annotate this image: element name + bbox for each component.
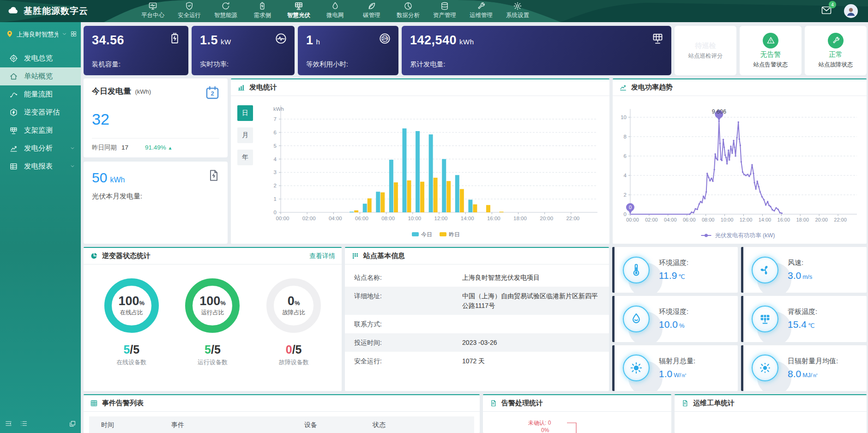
user-avatar[interactable] xyxy=(844,4,858,18)
calendar-icon: 2 xyxy=(205,85,220,101)
nav-item-平台中心[interactable]: 平台中心 xyxy=(141,1,165,19)
nav-item-label: 安全运行 xyxy=(178,12,201,19)
radiation-icon xyxy=(758,361,772,375)
inverter-status-title: 逆变器状态统计 xyxy=(102,252,151,260)
nav-item-需求侧[interactable]: 需求侧 xyxy=(250,1,274,19)
sidebar-item-发电分析[interactable]: 发电分析 xyxy=(0,139,81,157)
period-tabs: 日月年 xyxy=(231,96,259,244)
power-trend-title: 发电功率趋势 xyxy=(631,83,673,92)
sensor-card-环境湿度: 环境湿度:10.0% xyxy=(612,296,738,342)
up-arrow-icon: ▲ xyxy=(168,145,173,150)
nav-item-碳管理[interactable]: 碳管理 xyxy=(360,1,384,19)
view-details-link[interactable]: 查看详情 xyxy=(309,252,335,260)
sidebar-item-单站概览[interactable]: 单站概览 xyxy=(0,67,81,85)
battery-charge-icon xyxy=(169,32,181,45)
rack-icon xyxy=(9,126,18,135)
sidebar-item-逆变器评估[interactable]: 逆变器评估 xyxy=(0,103,81,121)
status-card-站点故障状态: 正常站点故障状态 xyxy=(805,26,867,75)
battery-icon xyxy=(258,1,267,11)
stat-card-实时功率: 1.5kW实时功率: xyxy=(192,26,295,75)
work-order-title: 运维工单统计 xyxy=(693,399,735,408)
info-label: 站点名称: xyxy=(354,273,462,282)
list-icon[interactable] xyxy=(20,420,28,429)
inverter-donut-故障设备数: 0%故障占比0/5故障设备数 xyxy=(266,278,321,367)
info-row-详细地址: 详细地址:中国（上海）自由贸易试验区临港新片区新四平公路1117号 xyxy=(345,287,609,315)
nav-item-安全运行[interactable]: 安全运行 xyxy=(177,1,201,19)
fan-icon xyxy=(758,263,772,277)
stat-value: 1h xyxy=(306,33,390,48)
donut-percent: 0% xyxy=(288,295,300,307)
svg-text:0: 0 xyxy=(624,211,627,217)
nav-item-微电网[interactable]: 微电网 xyxy=(323,1,347,19)
cloud-icon xyxy=(7,4,19,18)
wrench-circle-icon xyxy=(832,36,840,45)
sidebar-item-label: 单站概览 xyxy=(24,72,53,81)
svg-text:10: 10 xyxy=(621,114,627,120)
status-label: 站点故障状态 xyxy=(819,61,853,69)
status-value: 正常 xyxy=(829,50,843,59)
stat-card-等效利用小时: 1h等效利用小时:24 xyxy=(298,26,398,75)
device-count-label: 故障设备数 xyxy=(279,358,309,367)
sensor-card-辐射月总量: 辐射月总量:1.0W/㎡ xyxy=(612,345,738,391)
sidebar-item-能量流图[interactable]: 能量流图 xyxy=(0,85,81,103)
sensor-card-日辐射量月均值: 日辐射量月均值:8.0MJ/㎡ xyxy=(741,345,867,391)
tab-年[interactable]: 年 xyxy=(237,150,253,165)
pie-chart-icon xyxy=(90,252,98,260)
messages-button[interactable]: 4 xyxy=(821,5,832,18)
svg-text:昨日: 昨日 xyxy=(449,231,460,238)
nav-item-label: 微电网 xyxy=(326,12,344,19)
svg-text:6: 6 xyxy=(274,130,277,135)
menu-fold-icon[interactable] xyxy=(5,420,12,429)
change-percent: 91.49% ▲ xyxy=(145,144,172,151)
svg-text:16:00: 16:00 xyxy=(487,216,500,221)
nav-item-label: 资产管理 xyxy=(433,12,456,19)
inverter-donut-运行设备数: 100%运行占比5/5运行设备数 xyxy=(185,278,240,367)
tab-日[interactable]: 日 xyxy=(237,105,253,121)
sidebar: 上海良时智慧光伏... 发电总览单站概览能量流图逆变器评估支架监测发电分析发电报… xyxy=(0,22,81,433)
person-icon xyxy=(844,5,857,18)
stat-unit: kW xyxy=(221,38,231,46)
calendar-day: 2 xyxy=(205,90,220,97)
nav-item-数据分析[interactable]: 数据分析 xyxy=(396,1,420,19)
site-selector[interactable]: 上海良时智慧光伏... xyxy=(0,22,81,46)
svg-text:22:00: 22:00 xyxy=(566,216,579,221)
chevron-down-icon xyxy=(61,31,67,37)
today-generation-title: 今日发电量 xyxy=(92,87,131,96)
doc-icon xyxy=(489,399,497,407)
info-value xyxy=(462,319,600,329)
windows-icon[interactable] xyxy=(69,420,76,429)
sensor-value: 3.0m/s xyxy=(788,270,812,281)
sensor-card-环境温度: 环境温度:11.9℃ xyxy=(612,247,738,293)
svg-text:16:00: 16:00 xyxy=(778,217,790,223)
svg-text:06:00: 06:00 xyxy=(355,216,368,221)
nav-item-资产管理[interactable]: 资产管理 xyxy=(433,1,457,19)
app-root: 基胜能源数字云 平台中心安全运行智慧能源需求侧智慧光伏微电网碳管理数据分析资产管… xyxy=(0,0,868,433)
nav-item-智慧能源[interactable]: 智慧能源 xyxy=(214,1,238,19)
sensor-label: 环境温度: xyxy=(659,259,688,267)
apps-grid-icon[interactable] xyxy=(70,30,77,39)
tab-月[interactable]: 月 xyxy=(237,127,253,143)
home-icon xyxy=(9,72,18,81)
list-icon xyxy=(20,420,28,427)
chevron-down-icon xyxy=(61,31,67,38)
sidebar-item-发电总览[interactable]: 发电总览 xyxy=(0,49,81,67)
droplet-icon xyxy=(629,312,643,326)
nav-item-智慧光伏[interactable]: 智慧光伏 xyxy=(287,1,311,19)
sidebar-item-发电报表[interactable]: 发电报表 xyxy=(0,157,81,175)
nav-item-系统设置[interactable]: 系统设置 xyxy=(506,1,530,19)
svg-text:06:00: 06:00 xyxy=(683,217,696,223)
sidebar-item-支架监测[interactable]: 支架监测 xyxy=(0,121,81,139)
donut-percent: 100% xyxy=(119,295,145,307)
nav-item-label: 碳管理 xyxy=(363,12,380,19)
info-value: 上海良时智慧光伏发电项目 xyxy=(462,273,600,282)
app-title: 基胜能源数字云 xyxy=(24,5,88,17)
main-content: 34.56装机容量:1.5kW实时功率:1h等效利用小时:24142,540kW… xyxy=(81,22,868,433)
svg-text:14:00: 14:00 xyxy=(759,217,772,223)
svg-text:04:00: 04:00 xyxy=(664,217,677,223)
nav-item-label: 数据分析 xyxy=(397,12,420,19)
stat-label: 实时功率: xyxy=(200,60,286,69)
sidebar-item-label: 发电分析 xyxy=(24,144,53,153)
nav-item-运维管理[interactable]: 运维管理 xyxy=(469,1,493,19)
sensor-label: 日辐射量月均值: xyxy=(788,357,838,366)
grid-dots-icon xyxy=(351,252,359,260)
